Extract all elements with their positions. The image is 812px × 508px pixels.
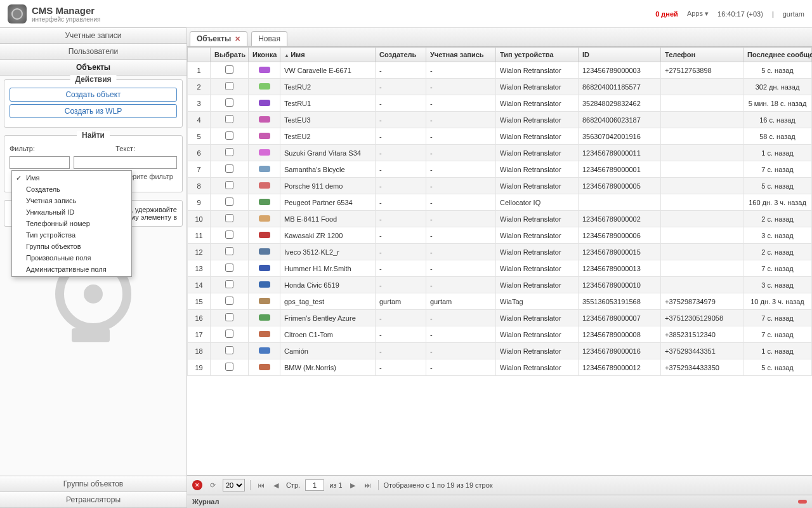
col-header[interactable]: Создатель — [376, 48, 426, 62]
row-checkbox[interactable] — [225, 313, 233, 321]
row-checkbox[interactable] — [225, 65, 233, 74]
row-checkbox[interactable] — [225, 231, 233, 239]
table-row[interactable]: 8Porsche 911 demo--Wialon Retranslator12… — [188, 178, 812, 194]
tab-bar: Объекты ✕ Новая — [187, 28, 812, 47]
row-checkbox[interactable] — [225, 280, 233, 288]
filter-option[interactable]: Телефонный номер — [12, 218, 131, 229]
table-row[interactable]: 10MB E-8411 Food--Wialon Retranslator123… — [188, 211, 812, 227]
create-object-button[interactable]: Создать объект — [10, 88, 177, 102]
first-page-icon[interactable]: ⏮ — [256, 480, 266, 490]
row-checkbox[interactable] — [225, 115, 233, 123]
table-row[interactable]: 13Hummer H1 Mr.Smith--Wialon Retranslato… — [188, 260, 812, 277]
tab-new[interactable]: Новая — [251, 31, 287, 46]
page-of: из 1 — [329, 481, 342, 489]
row-checkbox[interactable] — [225, 297, 233, 305]
app-subtitle: интерфейс управления — [32, 16, 100, 23]
nav-bottom-1[interactable]: Ретрансляторы — [0, 491, 187, 508]
search-text-input[interactable] — [74, 156, 177, 169]
table-row[interactable]: 2TestRU2--Wialon Retranslator86820400118… — [188, 79, 812, 95]
tab-objects[interactable]: Объекты ✕ — [190, 31, 247, 46]
col-header[interactable]: Последнее сообщение — [743, 48, 812, 62]
table-row[interactable]: 3TestRU1--Wialon Retranslator35284802983… — [188, 95, 812, 112]
filter-option[interactable]: Произвольные поля — [12, 252, 131, 264]
object-icon — [259, 67, 270, 73]
row-checkbox[interactable] — [225, 98, 233, 107]
row-checkbox[interactable] — [225, 346, 233, 354]
filter-dropdown-menu[interactable]: ИмяСоздательУчетная записьУникальный IDТ… — [11, 170, 132, 277]
page-input[interactable] — [305, 479, 324, 491]
nav-item-1[interactable]: Пользователи — [0, 43, 187, 60]
table-row[interactable]: 5TestEU2--Wialon Retranslator35630704200… — [188, 128, 812, 145]
prev-page-icon[interactable]: ◀ — [271, 480, 281, 490]
object-icon — [259, 166, 270, 172]
filter-option[interactable]: Создатель — [12, 184, 131, 195]
apps-menu[interactable]: Apps ▾ — [687, 10, 709, 18]
table-row[interactable]: 4TestEU3--Wialon Retranslator86820400602… — [188, 112, 812, 128]
object-icon — [259, 298, 270, 304]
object-icon — [259, 331, 270, 337]
table-row[interactable]: 7Samantha's Bicycle--Wialon Retranslator… — [188, 161, 812, 178]
minimize-icon[interactable] — [798, 500, 807, 504]
col-header[interactable]: ID — [579, 48, 661, 62]
table-row[interactable]: 6Suzuki Grand Vitara S34--Wialon Retrans… — [188, 145, 812, 161]
table-row[interactable]: 9Peugeot Partner 6534--Cellocator IQ160 … — [188, 194, 812, 211]
row-checkbox[interactable] — [225, 82, 233, 90]
object-icon — [259, 248, 270, 255]
log-panel-header[interactable]: Журнал — [187, 495, 812, 508]
table-row[interactable]: 11Kawasaki ZR 1200--Wialon Retranslator1… — [188, 227, 812, 244]
close-icon[interactable]: ✕ — [235, 35, 240, 43]
row-checkbox[interactable] — [225, 131, 233, 140]
nav-item-2[interactable]: Объекты — [0, 59, 187, 76]
create-from-wlp-button[interactable]: Создать из WLP — [10, 104, 177, 118]
page-size-select[interactable]: 20 — [223, 479, 245, 491]
table-row[interactable]: 19BMW (Mr.Norris)--Wialon Retranslator12… — [188, 359, 812, 376]
col-header[interactable]: Учетная запись — [426, 48, 496, 62]
pager: ✕ ⟳ 20 ⏮ ◀ Стр. из 1 ▶ ⏭ Отображено с 1 … — [187, 475, 812, 495]
actions-title: Действия — [70, 75, 116, 84]
filter-option[interactable]: Административные поля — [12, 264, 131, 275]
col-header[interactable] — [188, 48, 211, 62]
refresh-icon[interactable]: ⟳ — [207, 480, 218, 490]
col-header[interactable]: Иконка — [249, 48, 280, 62]
object-icon — [259, 199, 270, 205]
row-checkbox[interactable] — [225, 214, 233, 222]
filter-option[interactable]: Уникальный ID — [12, 206, 131, 218]
object-icon — [259, 116, 270, 123]
row-checkbox[interactable] — [225, 181, 233, 189]
row-checkbox[interactable] — [225, 197, 233, 206]
row-checkbox[interactable] — [225, 330, 233, 338]
last-page-icon[interactable]: ⏭ — [363, 480, 373, 490]
row-checkbox[interactable] — [225, 148, 233, 156]
row-checkbox[interactable] — [225, 264, 233, 272]
cancel-icon[interactable]: ✕ — [192, 480, 202, 490]
app-logo-icon — [8, 4, 27, 23]
current-user[interactable]: gurtam — [783, 10, 804, 18]
object-icon — [259, 347, 270, 354]
filter-option[interactable]: Тип устройства — [12, 229, 131, 241]
table-row[interactable]: 18Camión--Wialon Retranslator12345678900… — [188, 343, 812, 359]
row-checkbox[interactable] — [225, 363, 233, 371]
filter-option[interactable]: Учетная запись — [12, 195, 131, 206]
next-page-icon[interactable]: ▶ — [348, 480, 358, 490]
filter-option[interactable]: Группы объектов — [12, 241, 131, 252]
object-icon — [259, 100, 270, 106]
table-row[interactable]: 16Frimen's Bentley Azure--Wialon Retrans… — [188, 310, 812, 326]
table-row[interactable]: 15gps_tag_testgurtamgurtamWiaTag35513605… — [188, 293, 812, 310]
row-checkbox[interactable] — [225, 247, 233, 255]
nav-item-0[interactable]: Учетные записи — [0, 27, 187, 44]
row-checkbox[interactable] — [225, 164, 233, 173]
filter-label: Фильтр: — [10, 145, 35, 152]
table-row[interactable]: 12Iveco 3512-KL2_r--Wialon Retranslator1… — [188, 244, 812, 260]
app-title: CMS Manager — [32, 5, 100, 16]
nav-bottom-0[interactable]: Группы объектов — [0, 476, 187, 492]
pager-summary: Отображено с 1 по 19 из 19 строк — [384, 481, 493, 489]
table-row[interactable]: 17Citroen C1-Tom--Wialon Retranslator123… — [188, 326, 812, 343]
table-row[interactable]: 14Honda Civic 6519--Wialon Retranslator1… — [188, 277, 812, 293]
filter-option[interactable]: Имя — [12, 172, 131, 184]
table-row[interactable]: 1VW Caravelle E-6671--Wialon Retranslato… — [188, 62, 812, 79]
filter-dropdown[interactable] — [10, 156, 70, 169]
col-header[interactable]: Выбрать — [211, 48, 249, 62]
col-header[interactable]: Тип устройства — [496, 48, 579, 62]
col-header[interactable]: Телефон — [661, 48, 743, 62]
col-header[interactable]: Имя — [280, 48, 376, 62]
